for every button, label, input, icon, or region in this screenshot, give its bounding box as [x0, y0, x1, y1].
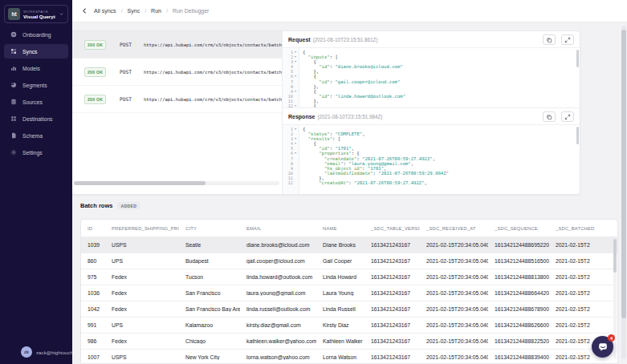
table-cell: Fedex [105, 338, 179, 344]
workspace-meta: WORKSPACE Visual Querying D... [23, 10, 55, 19]
table-cell: 1613421243167 [364, 290, 420, 296]
table-cell: 1007 [81, 354, 105, 360]
request-timestamp: (2021-08-10T23:15:51.861Z) [313, 37, 378, 42]
request-method: POST [120, 96, 132, 102]
horizontal-scrollbar[interactable] [74, 181, 279, 185]
table-cell: 1613421244888394000 [488, 354, 549, 360]
hightouch-logo: ht [8, 8, 20, 20]
fold-toggle-icon[interactable]: ▾ [293, 103, 298, 107]
page-scrollbar[interactable] [621, 26, 626, 359]
batch-rows-table: IDPREFERRED_SHIPPING_PROVIDERCITYEMAILNA… [80, 219, 618, 364]
request-json: { "inputs": [ { "id": "diane.brooks@iclo… [299, 48, 580, 107]
request-panel-header: Request (2021-08-10T23:15:51.861Z) [283, 31, 580, 48]
breadcrumb-separator: / [166, 8, 168, 14]
table-cell: Kirsty Diaz [316, 322, 364, 328]
user-menu[interactable]: zk zack@hightouch.io [0, 346, 72, 358]
request-url: https://api.hubapi.com/crm/v3/objects/co… [144, 42, 282, 47]
table-cell: 2021-02-15T2 [549, 306, 615, 312]
table-cell: 2021-02-15T20:34:05.040Z [420, 274, 488, 280]
content-area: 200 OKPOSThttps://api.hubapi.com/crm/v3/… [72, 22, 627, 364]
expand-icon [564, 34, 571, 46]
expand-request-button[interactable] [561, 34, 574, 45]
table-row[interactable]: 975FedexTucsonlinda.howard@outlook.comLi… [81, 269, 617, 285]
table-row[interactable]: 860UPSBudapestgail.cooper@icloud.comGail… [81, 253, 617, 269]
table-cell: Kathleen Walker [316, 338, 364, 344]
column-header: _SDC_TABLE_VERSION [364, 226, 420, 231]
request-row[interactable]: 200 OKPOSThttps://api.hubapi.com/crm/v3/… [72, 31, 282, 59]
breadcrumb-item[interactable]: All syncs [94, 8, 116, 14]
column-header: NAME [316, 226, 364, 231]
onboarding-icon [10, 31, 17, 38]
sidebar-item-models[interactable]: Models [4, 61, 68, 75]
copy-icon [546, 34, 552, 46]
scrollbar-thumb[interactable] [74, 181, 206, 185]
request-row[interactable]: 200 OKPOSThttps://api.hubapi.com/crm/v3/… [72, 59, 282, 86]
line-number-gutter: 1▾2▾3▾456▾789▾101112▾ [283, 48, 299, 107]
table-row[interactable]: 1036FedexSan Franciscolaura.young@gmail.… [81, 285, 617, 301]
sidebar-item-onboarding[interactable]: Onboarding [4, 27, 68, 42]
back-chevron-icon[interactable] [81, 7, 88, 14]
main-area: All syncs/Sync/Run/Run Debugger 200 OKPO… [72, 0, 627, 364]
sidebar-item-destinations[interactable]: Destinations [4, 111, 68, 126]
fold-toggle-icon[interactable]: ▾ [293, 59, 298, 64]
table-cell: 991 [81, 322, 105, 328]
fold-toggle-icon[interactable]: ▾ [293, 127, 298, 131]
table-cell: 2021-02-15T2 [549, 274, 615, 280]
models-icon [10, 65, 17, 71]
table-row[interactable]: 986FedexChicagokathleen.walker@yahoo.com… [81, 334, 617, 350]
breadcrumb-item[interactable]: Sync [128, 8, 140, 14]
table-cell: 2021-02-15T20:34:05.040Z [420, 322, 488, 328]
code-scrollbar-thumb[interactable] [576, 127, 579, 144]
sidebar-item-settings[interactable]: Settings [4, 145, 68, 160]
scrollbar-thumb[interactable] [613, 239, 617, 273]
sidebar-item-label: Onboarding [22, 32, 51, 38]
table-cell: 2021-02-15T20:34:05.040Z [420, 242, 488, 248]
table-row[interactable]: 1042FedexSan Francisco Bay Arealinda.rus… [81, 301, 617, 317]
sidebar-item-label: Destinations [22, 116, 52, 122]
sidebar-item-syncs[interactable]: Syncs [4, 44, 68, 59]
table-cell: Kalamazoo [179, 322, 240, 328]
request-panel: Request (2021-08-10T23:15:51.861Z) 1▾2▾3… [283, 31, 580, 107]
fold-toggle-icon[interactable]: ▾ [293, 89, 298, 94]
breadcrumb-item[interactable]: Run [151, 8, 161, 14]
sidebar-item-schema[interactable]: Schema [4, 128, 68, 143]
fold-toggle-icon[interactable]: ▾ [293, 141, 298, 146]
table-row[interactable]: 1007USPSNew York Citylorna.watson@yahoo.… [81, 350, 617, 364]
table-scrollbar[interactable] [613, 239, 617, 359]
response-code[interactable]: 1▾23▾4▾56▾789101112 { "status": "COMPLET… [283, 125, 580, 194]
table-cell: San Francisco Bay Area [179, 306, 240, 312]
copy-response-button[interactable] [543, 111, 556, 122]
batch-table-body: 1039USPSSeatlediane.brooks@icloud.comDia… [81, 237, 617, 364]
copy-request-button[interactable] [543, 34, 556, 45]
workspace-switcher[interactable]: ht WORKSPACE Visual Querying D... [4, 5, 68, 23]
fold-toggle-icon[interactable]: ▾ [293, 74, 298, 79]
table-row[interactable]: 991UPSKalamazookirsty.diaz@gmail.comKirs… [81, 317, 617, 334]
segments-icon [10, 82, 17, 88]
sidebar-item-label: Syncs [22, 49, 38, 55]
table-cell: Fedex [105, 290, 179, 296]
table-cell: 975 [81, 274, 105, 280]
response-json: { "status": "COMPLETE", "results": [ { "… [299, 125, 580, 194]
code-scrollbar-thumb[interactable] [576, 50, 579, 67]
table-cell: Gail Cooper [316, 258, 364, 264]
table-cell: Seatle [179, 242, 240, 248]
response-panel: Response (2021-08-10T23:15:51.984Z) 1▾23… [283, 107, 580, 194]
fold-toggle-icon[interactable]: ▾ [293, 151, 298, 156]
schema-icon [10, 132, 17, 139]
sidebar-item-sources[interactable]: Sources [4, 95, 68, 109]
sidebar-item-segments[interactable]: Segments [4, 78, 68, 92]
scrollbar-thumb[interactable] [621, 30, 626, 318]
request-code[interactable]: 1▾2▾3▾456▾789▾101112▾ { "inputs": [ { "i… [283, 48, 580, 107]
status-badge: 200 OK [84, 67, 106, 77]
request-row[interactable]: 200 OKPOSThttps://api.hubapi.com/crm/v3/… [72, 86, 282, 113]
destinations-icon [10, 115, 17, 122]
added-badge: ADDED [117, 202, 140, 209]
chevron-down-icon [59, 11, 64, 17]
expand-response-button[interactable] [561, 111, 574, 122]
table-row[interactable]: 1039USPSSeatlediane.brooks@icloud.comDia… [81, 237, 617, 253]
response-timestamp: (2021-08-10T23:15:51.984Z) [317, 114, 382, 119]
table-cell: linda.russell@outlook.com [240, 306, 316, 312]
column-header: PREFERRED_SHIPPING_PROVIDER [105, 226, 179, 231]
column-header: _SDC_SEQUENCE [488, 226, 549, 231]
chat-launcher[interactable]: 4 [592, 336, 613, 358]
